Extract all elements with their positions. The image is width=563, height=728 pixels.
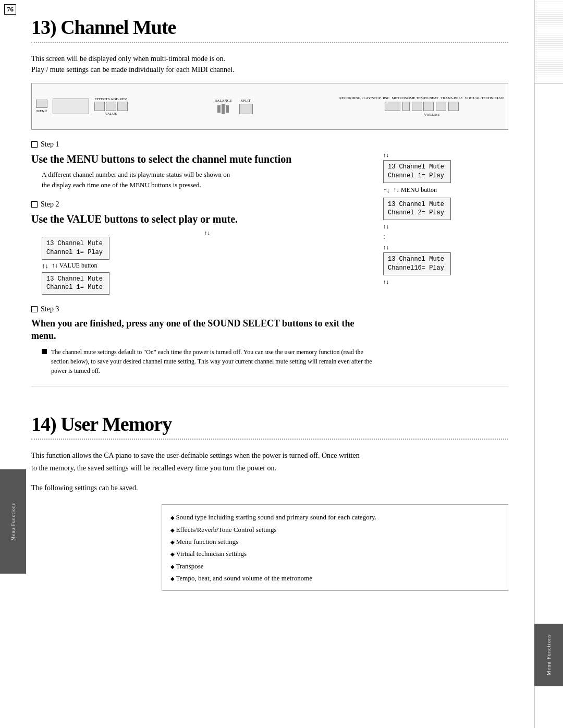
step3-label: Step 3 xyxy=(31,305,373,313)
section-13-header: 13) Channel Mute xyxy=(31,16,508,43)
right-sidebar: Menu Functions xyxy=(534,0,563,728)
step2-label: Step 2 xyxy=(31,200,373,209)
section14-intro1: This function allows the CA piano to sav… xyxy=(31,450,508,462)
step2-display-ch1-mute: 13 Channel MuteChannel 1= Mute xyxy=(42,272,373,295)
kbd-value-box xyxy=(53,99,89,114)
steps-side: ↑↓ 13 Channel MuteChannel 1= Play ↑↓ ↑↓ … xyxy=(383,140,508,375)
kbd-menu-section: MENU EFFECTS ADD/REM VALUE xyxy=(36,97,128,116)
page-number: 76 xyxy=(4,4,16,15)
kbd-rsc-label: RSC xyxy=(383,96,389,100)
kbd-metronome-label: METRONOME TEMPO BEAT xyxy=(391,96,438,100)
side-menu-button-label: ↑↓ MENU button xyxy=(393,186,437,194)
steps-main: Step 1 Use the MENU buttons to select th… xyxy=(31,140,373,375)
step1-desc: A different channel number and its play/… xyxy=(42,169,373,190)
section-divider xyxy=(31,386,508,386)
side-display-ch1-play: 13 Channel MuteChannel 1= Play xyxy=(383,160,451,183)
step1-label: Step 1 xyxy=(31,140,373,149)
section-14-header: 14) User Memory xyxy=(31,412,508,440)
kbd-metro-btn2 xyxy=(423,102,434,111)
section14-intro2: to the memory, the saved settings will b… xyxy=(31,463,508,474)
step2-value-label: ↑↓ VALUE button xyxy=(52,262,97,270)
note-square-icon xyxy=(42,349,47,354)
intro-line2: Play / mute settings can be made individ… xyxy=(31,64,508,75)
step3-checkbox xyxy=(31,306,38,312)
step2-left-display: ↑↓ 13 Channel MuteChannel 1= Play ↑↓ ↑↓ … xyxy=(42,229,373,295)
kbd-volume-label: VOLUME xyxy=(424,113,440,117)
kbd-balance-bar2 xyxy=(222,104,225,114)
step3-container: Step 3 When you are finished, press any … xyxy=(31,305,373,375)
step1-title: Use the MENU buttons to select the chann… xyxy=(31,153,373,165)
section-13-title: 13) Channel Mute xyxy=(31,16,508,39)
section14-following: The following settings can be saved. xyxy=(31,482,508,494)
kbd-balance-bar1 xyxy=(217,105,221,113)
step2-mute-box: 13 Channel MuteChannel 1= Mute xyxy=(42,272,109,295)
kbd-virtual-label: VIRTUAL TECHNICIAN xyxy=(465,96,504,100)
kbd-metro-btn1 xyxy=(412,102,422,111)
side-display-ch2-play: 13 Channel MuteChannel 2= Play xyxy=(383,198,451,221)
step1-label-text: Step 1 xyxy=(41,140,59,149)
step3-note-text: The channel mute settings default to "On… xyxy=(51,347,373,375)
side-menu-button-row: ↑↓ ↑↓ MENU button xyxy=(383,186,437,195)
kbd-value-label: VALUE xyxy=(105,112,117,116)
kbd-icon xyxy=(36,100,47,108)
settings-item-3: Menu function settings xyxy=(170,536,499,548)
step1-container: Step 1 Use the MENU buttons to select th… xyxy=(31,140,373,190)
step2-value-arrows: ↑↓ xyxy=(42,262,48,270)
step3-label-text: Step 3 xyxy=(41,305,59,313)
kbd-middle-section: BALANCE SPLIT xyxy=(214,99,252,114)
kbd-trans-label: TRANS-POSE xyxy=(440,96,462,100)
section14-content: This function allows the CA piano to sav… xyxy=(31,450,508,494)
kbd-balance-bar3 xyxy=(226,105,229,113)
kbd-rec-btn xyxy=(385,102,400,111)
kbd-trans-btn xyxy=(436,102,446,111)
left-sidebar: Menu Functions xyxy=(0,469,26,574)
settings-item-4: Virtual technician settings xyxy=(170,548,499,560)
kbd-btn2 xyxy=(106,102,116,111)
side-arrow4: ↑↓ xyxy=(383,278,389,285)
kbd-effects-label: EFFECTS ADD/REM xyxy=(95,97,128,101)
step2-label-text: Step 2 xyxy=(41,200,59,209)
kbd-rsc-btn xyxy=(402,102,410,111)
right-sidebar-tab: Menu Functions xyxy=(534,624,563,686)
step1-desc1: A different channel number and its play/… xyxy=(42,169,373,180)
step1-checkbox xyxy=(31,141,38,148)
step2-display-ch1-play: 13 Channel MuteChannel 1= Play xyxy=(42,237,109,260)
side-arrow1: ↑↓ xyxy=(383,152,389,158)
kbd-right-section: RECORDING PLAY/STOP RSC METRONOME TEMPO … xyxy=(339,96,504,117)
kbd-split-label: SPLIT xyxy=(241,99,251,103)
step2-checkbox xyxy=(31,201,38,208)
settings-list: Sound type including starting sound and … xyxy=(170,511,499,584)
step2-container: Step 2 Use the VALUE buttons to select p… xyxy=(31,200,373,295)
steps-wrapper: Step 1 Use the MENU buttons to select th… xyxy=(31,140,508,375)
kbd-btn1 xyxy=(94,102,105,111)
step1-desc2: the display each time one of the MENU bu… xyxy=(42,180,373,190)
settings-item-6: Tempo, beat, and sound volume of the met… xyxy=(170,572,499,584)
step3-title: When you are finished, press any one of … xyxy=(31,318,373,342)
side-display-ch16-play: 13 Channel MuteChannel16= Play xyxy=(383,252,451,275)
kbd-virtual-btn xyxy=(448,102,459,111)
kbd-menu-label: MENU xyxy=(36,109,47,113)
settings-item-1: Sound type including starting sound and … xyxy=(170,511,499,523)
main-content: 13) Channel Mute This screen will be dis… xyxy=(0,0,534,617)
kbd-balance-label: BALANCE xyxy=(214,99,231,103)
side-dots: : xyxy=(383,233,387,241)
step2-arrow1: ↑↓ xyxy=(42,229,373,236)
step3-note-box: The channel mute settings default to "On… xyxy=(42,347,373,375)
step2-title: Use the VALUE buttons to select play or … xyxy=(31,213,373,225)
step2-value-row: ↑↓ ↑↓ VALUE button xyxy=(42,262,373,270)
right-sidebar-top xyxy=(535,0,563,83)
settings-box: Sound type including starting sound and … xyxy=(162,504,508,591)
step1-side-sequence: ↑↓ 13 Channel MuteChannel 1= Play ↑↓ ↑↓ … xyxy=(383,151,508,286)
kbd-split-btn xyxy=(239,104,253,114)
keyboard-diagram: MENU EFFECTS ADD/REM VALUE BALANCE xyxy=(31,83,508,130)
section-13-intro: This screen will be displayed only when … xyxy=(31,53,508,75)
settings-item-5: Transpose xyxy=(170,560,499,572)
intro-line1: This screen will be displayed only when … xyxy=(31,53,508,64)
right-sidebar-label: Menu Functions xyxy=(546,634,552,675)
settings-item-2: Effects/Reverb/Tone Control settings xyxy=(170,524,499,536)
side-menu-arrows: ↑↓ xyxy=(383,186,390,195)
section-14-title: 14) User Memory xyxy=(31,412,508,435)
left-sidebar-label: Menu Functions xyxy=(10,503,16,541)
kbd-btn3 xyxy=(117,102,128,111)
kbd-recording-label: RECORDING PLAY/STOP xyxy=(339,96,381,100)
